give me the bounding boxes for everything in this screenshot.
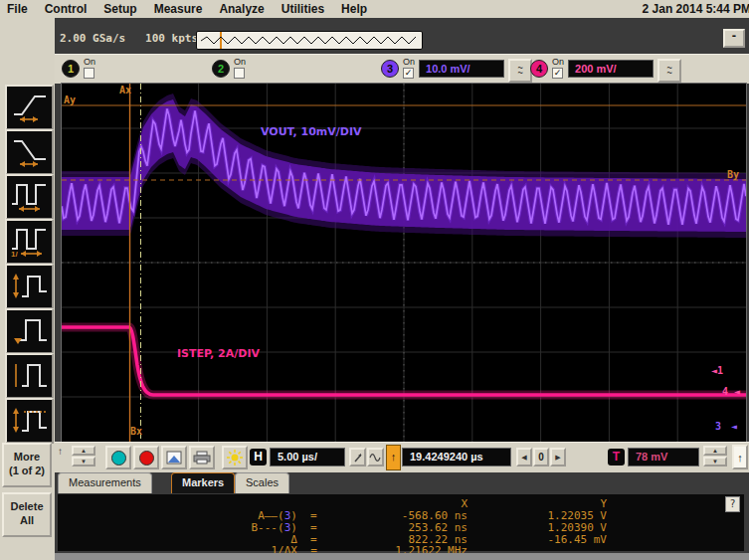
channel-1-ground-marker[interactable]: ◄1 bbox=[711, 365, 723, 376]
spin-up-button[interactable]: ▲ bbox=[72, 446, 95, 456]
marker-bx-label[interactable]: Bx bbox=[130, 426, 142, 437]
timebase-field[interactable]: 5.00 µs/ bbox=[270, 448, 345, 467]
delay-zero-button[interactable]: 0 bbox=[533, 448, 549, 467]
channel-2-controls: 2 On bbox=[212, 58, 246, 82]
fall-time-icon bbox=[10, 135, 50, 169]
clock: 2 Jan 2014 5:44 PM bbox=[643, 2, 749, 16]
measure-pulse-width-button[interactable] bbox=[5, 174, 54, 220]
vout-trace-label: VOUT, 10mV/DIV bbox=[261, 125, 362, 138]
trigger-level-field[interactable]: 78 mV bbox=[628, 448, 699, 467]
horizontal-badge: H bbox=[250, 449, 267, 466]
minimize-button[interactable]: - bbox=[723, 29, 745, 48]
horizontal-sine-button[interactable] bbox=[367, 448, 384, 467]
channel-3-on-checkbox[interactable] bbox=[403, 68, 414, 79]
trigger-position-flag[interactable]: ↑ bbox=[386, 445, 401, 470]
sample-rate: 2.00 GSa/s bbox=[60, 32, 125, 45]
memory-depth: 100 kpts bbox=[145, 32, 198, 45]
splitter-handle-icon[interactable]: ↑ bbox=[58, 446, 63, 457]
delete-all-button[interactable]: Delete All bbox=[2, 492, 52, 537]
pulse-width-icon bbox=[10, 180, 50, 214]
channel-3-on-label: On bbox=[403, 58, 415, 67]
trigger-slope-button[interactable]: ↑ bbox=[732, 445, 748, 469]
waveform-preview-bar[interactable] bbox=[196, 31, 423, 50]
channel-4-coupling-button[interactable]: ~~ bbox=[657, 59, 681, 83]
v-base-icon bbox=[10, 314, 50, 348]
oscilloscope-window: File Control Setup Measure Analyze Utili… bbox=[0, 0, 749, 560]
measure-overshoot-button[interactable] bbox=[5, 264, 54, 309]
help-button[interactable]: ? bbox=[725, 496, 740, 512]
screen-capture-button[interactable] bbox=[161, 446, 187, 469]
channel-4-badge[interactable]: 4 bbox=[530, 60, 548, 78]
channel-4-on-checkbox[interactable] bbox=[552, 68, 563, 79]
marker-ax-label[interactable]: Ax bbox=[119, 85, 131, 95]
channel-4-controls: 4 On 200 mV/ ~~ bbox=[530, 58, 681, 82]
channel-1-badge[interactable]: 1 bbox=[62, 60, 80, 78]
spin-down-button[interactable]: ▼ bbox=[72, 457, 95, 467]
channel-2-on-checkbox[interactable] bbox=[234, 68, 245, 79]
trigger-level-down-button[interactable]: ▼ bbox=[703, 457, 727, 467]
delay-right-button[interactable]: ▶ bbox=[550, 448, 566, 467]
printer-icon bbox=[193, 451, 211, 465]
measure-vbase-button[interactable] bbox=[5, 308, 54, 354]
channel-4-scale-field[interactable]: 200 mV/ bbox=[568, 60, 654, 78]
channel-4-ground-marker[interactable]: ◄ bbox=[734, 386, 740, 397]
trigger-level-up-button[interactable]: ▲ bbox=[703, 446, 727, 456]
tab-measurements[interactable]: Measurements bbox=[58, 472, 152, 493]
measure-rise-time-button[interactable] bbox=[5, 85, 54, 130]
channel-3-coupling-button[interactable]: ~~ bbox=[508, 59, 532, 83]
measure-sidebar: 1/ bbox=[0, 18, 55, 560]
measure-frequency-button[interactable]: 1/ bbox=[5, 219, 54, 265]
trigger-delay-field[interactable]: 19.4249240 µs bbox=[402, 448, 511, 467]
menu-measure[interactable]: Measure bbox=[154, 2, 203, 16]
frequency-icon: 1/ bbox=[10, 225, 50, 259]
menu-bar: File Control Setup Measure Analyze Utili… bbox=[0, 0, 749, 18]
run-button[interactable] bbox=[105, 446, 131, 469]
tab-scales[interactable]: Scales bbox=[235, 472, 289, 493]
channel-3-badge[interactable]: 3 bbox=[381, 60, 399, 78]
v-average-icon bbox=[10, 404, 50, 438]
channel-1-controls: 1 On bbox=[62, 58, 95, 82]
measure-vpp-button[interactable] bbox=[5, 353, 54, 399]
preview-waveform bbox=[201, 37, 416, 44]
channel-strip: 1 On 2 On 3 On 10.0 mV/ ~~ 4 On 200 mV/ … bbox=[55, 54, 749, 84]
sine-icon bbox=[369, 453, 382, 462]
trigger-level-spinner: ▲ ▼ bbox=[703, 446, 727, 467]
menu-analyze[interactable]: Analyze bbox=[219, 2, 264, 16]
fine-adjust-button[interactable] bbox=[349, 448, 366, 467]
menu-file[interactable]: File bbox=[7, 2, 28, 16]
menu-control[interactable]: Control bbox=[45, 2, 88, 16]
channel-3-scale-field[interactable]: 10.0 mV/ bbox=[419, 60, 504, 78]
measure-fall-time-button[interactable] bbox=[5, 129, 54, 175]
acquisition-status: 2.00 GSa/s 100 kpts bbox=[60, 32, 198, 45]
print-button[interactable] bbox=[189, 446, 215, 469]
channel-2-badge[interactable]: 2 bbox=[212, 60, 230, 78]
istep-trace-label: ISTEP, 2A/DIV bbox=[177, 347, 260, 360]
tab-markers[interactable]: Markers bbox=[171, 472, 235, 493]
rise-time-icon bbox=[10, 91, 50, 124]
menu-help[interactable]: Help bbox=[341, 2, 367, 16]
channel-3-ground-marker[interactable]: ◄ bbox=[731, 421, 737, 432]
marker-ay-label[interactable]: Ay bbox=[64, 94, 76, 105]
vertical-spinner: ▲ ▼ bbox=[72, 446, 95, 467]
marker-by-label[interactable]: By bbox=[727, 169, 739, 180]
sun-icon bbox=[226, 449, 244, 467]
run-icon bbox=[111, 451, 126, 466]
overshoot-icon bbox=[10, 270, 50, 303]
waveform-display[interactable]: Ax Bx Ay By VOUT, 10mV/DIV ISTEP, 2A/DIV… bbox=[61, 83, 747, 443]
screen-capture-icon bbox=[166, 451, 182, 465]
waveform-canvas bbox=[62, 84, 746, 442]
channel-4-trace-id: 4 bbox=[722, 386, 728, 397]
run-control-toolbar: ↑ ▲ ▼ H 5.00 bbox=[55, 442, 749, 472]
more-button[interactable]: More (1 of 2) bbox=[2, 443, 52, 487]
bottom-edge-bar bbox=[55, 553, 749, 560]
svg-text:1/: 1/ bbox=[11, 250, 18, 259]
measure-vavg-button[interactable] bbox=[5, 398, 54, 444]
menu-setup[interactable]: Setup bbox=[103, 2, 136, 16]
menu-utilities[interactable]: Utilities bbox=[281, 2, 324, 16]
sine-icon: ~ bbox=[666, 71, 671, 76]
stop-button[interactable] bbox=[133, 446, 159, 469]
delay-left-button[interactable]: ◀ bbox=[516, 448, 532, 467]
stop-icon bbox=[139, 451, 154, 466]
clear-display-button[interactable] bbox=[222, 446, 248, 469]
channel-1-on-checkbox[interactable] bbox=[84, 68, 94, 79]
